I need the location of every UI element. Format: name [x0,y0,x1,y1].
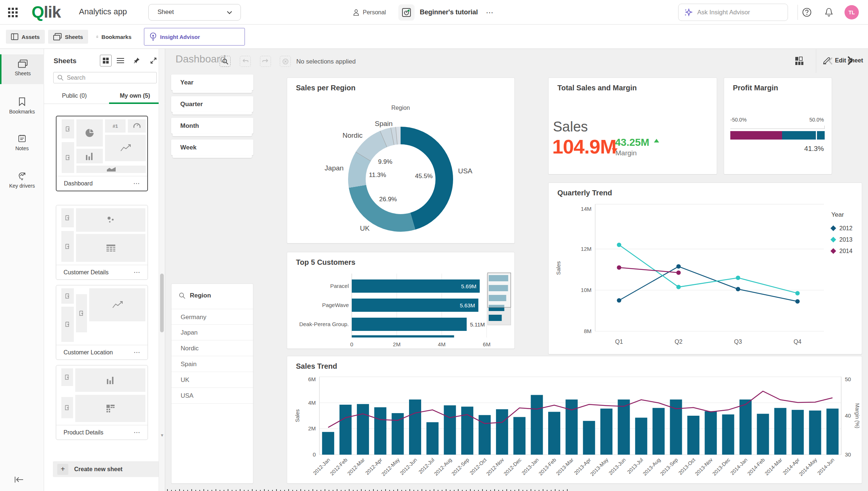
region-value-uk[interactable]: UK [171,372,253,388]
undo-selection-icon[interactable] [240,56,251,67]
bar-2014-May[interactable] [809,411,821,455]
region-value-spain[interactable]: Spain [171,356,253,372]
bar-2012-Sep[interactable] [461,407,473,455]
redo-selection-icon[interactable] [260,56,271,67]
sheet-card-menu[interactable]: ⋯ [134,429,140,436]
minimap-window[interactable] [488,273,511,307]
bar-2012-Apr[interactable] [374,407,386,455]
bar-2012-Mar[interactable] [357,404,369,455]
bookmarks-button[interactable]: Bookmarks [91,30,137,44]
insight-advisor-search[interactable]: Ask Insight Advisor [678,4,788,21]
bar-2013-Sep[interactable] [670,400,682,455]
sheet-card-customer-details[interactable]: Customer Details⋯ [56,205,148,280]
space-selector[interactable]: Personal [352,9,386,16]
bar-2014-Jan[interactable] [739,400,752,455]
app-title[interactable]: Beginner's tutorial [420,8,478,16]
sheet-search-input[interactable]: Search [53,72,157,83]
profit-margin-gauge[interactable]: Profit Margin -50.0% 50.0% 41.3% [724,77,832,174]
bar-2014-Feb[interactable] [757,414,769,455]
region-value-japan[interactable]: Japan [171,325,253,340]
bar-2013-Dec[interactable] [722,414,734,455]
data-point[interactable] [676,270,681,275]
scroll-down-arrow[interactable]: ▼ [160,433,164,437]
data-point[interactable] [617,298,621,303]
sales-per-region-chart[interactable]: Sales per Region 45.5%USA26.9%UK11.3%Jap… [287,77,515,243]
rail-item-key-drivers[interactable]: Key drivers [0,166,44,196]
app-icon[interactable] [398,4,415,21]
panel-scrollbar[interactable]: ▼ [159,49,165,491]
bar-2012-Aug[interactable] [444,405,456,455]
bar-2013-Aug[interactable] [652,408,665,455]
sheet-card-dashboard[interactable]: #1Dashboard⋯ [56,116,148,191]
region-filter-header[interactable]: Region [171,284,253,299]
bar-2012-Jul[interactable] [426,422,438,455]
margin-line[interactable] [328,391,833,427]
bar-2013-Jul[interactable] [635,418,647,455]
app-menu-dots[interactable]: ⋯ [486,8,494,17]
data-point[interactable] [676,264,681,269]
sheet-overview-icon[interactable] [794,56,804,66]
bar-2013-May[interactable] [600,409,612,455]
legend-label[interactable]: 2012 [839,225,853,231]
tab-public[interactable]: Public (0) [44,89,105,104]
sheets-button[interactable]: Sheets [48,30,88,44]
region-value-usa[interactable]: USA [171,388,253,404]
top5-customers-chart[interactable]: Top 5 Customers 02M4M6MParacel5.69MPageW… [287,252,515,349]
view-dropdown[interactable]: Sheet [148,4,241,21]
sheet-card-customer-location[interactable]: Customer Location⋯ [56,285,148,360]
bar-2014-Jun[interactable] [827,409,839,455]
bar-pagewave[interactable] [352,299,478,312]
data-point[interactable] [736,275,740,280]
filter-week[interactable]: Week [171,140,253,155]
bar-2012-Nov[interactable] [496,409,508,455]
rail-item-sheets[interactable]: Sheets [0,54,44,84]
line-series-2014[interactable] [619,267,679,272]
data-point[interactable] [795,291,800,295]
bar-2014-Apr[interactable] [792,410,804,455]
quarterly-trend-chart[interactable]: Quarterly Trend 14M12M10M8MQ1Q2Q3Q4Sales… [548,183,862,354]
create-new-sheet-button[interactable]: + Create new sheet [53,461,161,477]
data-point[interactable] [795,299,800,304]
total-sales-margin-kpi[interactable]: Total Sales and Margin Sales 104.9M 43.2… [548,77,717,174]
expand-panel-icon[interactable] [148,55,159,66]
line-series-2012[interactable] [619,267,798,302]
help-icon[interactable] [802,8,811,17]
filter-quarter[interactable]: Quarter [171,96,253,112]
line-series-2013[interactable] [619,245,798,293]
bar-deak-perera group.[interactable] [352,318,467,331]
sheet-card-product-details[interactable]: Product Details⋯ [56,365,148,440]
scrollbar-thumb[interactable] [160,274,164,332]
tab-my-own[interactable]: My own (5) [105,89,165,104]
bar-2013-Nov[interactable] [705,411,717,455]
donut-slice-other[interactable] [393,136,397,137]
donut-slice-Nordic[interactable] [363,139,383,156]
insight-advisor-button[interactable]: Insight Advisor [144,28,245,46]
rail-item-bookmarks[interactable]: Bookmarks [0,92,44,121]
bar-2012-Jun[interactable] [409,400,421,455]
data-point[interactable] [617,243,621,247]
bar-2012-May[interactable] [392,413,404,455]
notifications-icon[interactable] [824,7,833,17]
donut-slice-other[interactable] [397,136,401,136]
donut-slice-Spain[interactable] [383,136,392,139]
donut-slice-UK[interactable] [358,186,413,223]
bar-2012-Jan[interactable] [322,432,334,455]
bar-2013-Jan[interactable] [531,395,543,455]
bar-2013-Oct[interactable] [687,416,699,455]
pin-icon[interactable] [131,55,142,66]
bar-partial[interactable] [352,335,454,337]
bar-2012-Feb[interactable] [340,405,352,455]
data-point[interactable] [676,285,681,289]
edit-sheet-button[interactable]: Edit sheet [822,56,863,65]
bar-2014-Mar[interactable] [774,408,786,455]
sheet-card-menu[interactable]: ⋯ [134,268,140,276]
grid-view-icon[interactable] [100,55,112,66]
app-launcher-icon[interactable] [8,8,18,17]
bar-2013-Jun[interactable] [618,400,630,455]
donut-slice-Japan[interactable] [357,156,363,186]
scroll-minimap[interactable] [167,489,573,491]
qlik-logo[interactable]: Qlik [32,3,61,21]
legend-label[interactable]: 2014 [839,248,853,254]
assets-button[interactable]: Assets [6,30,45,44]
list-view-icon[interactable] [115,55,126,66]
